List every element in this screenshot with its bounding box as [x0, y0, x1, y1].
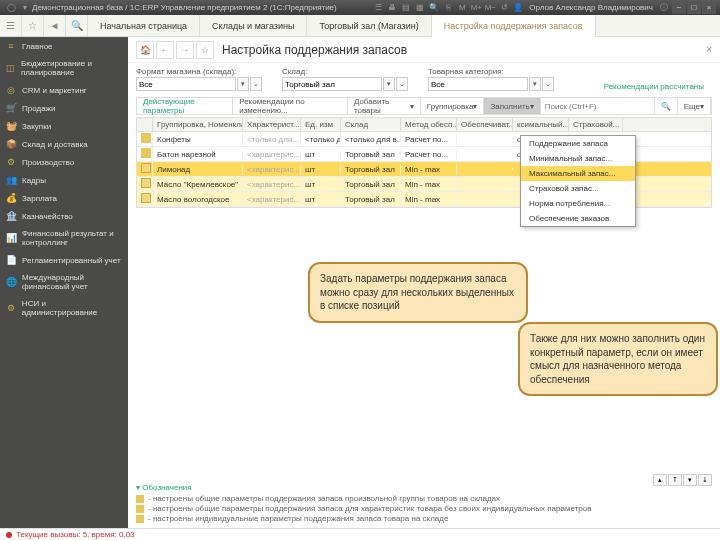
star-icon[interactable]: ☆ — [22, 15, 44, 37]
folder-icon — [141, 133, 151, 143]
active-params-button[interactable]: Действующие параметры — [137, 98, 233, 114]
calc-icon[interactable]: ▤ — [400, 2, 412, 14]
sidebar-item-main[interactable]: ≡Главное — [0, 37, 128, 55]
more-button[interactable]: Еще ▾ — [678, 98, 711, 114]
legend-line-1: - настроены общие параметры поддержания … — [148, 494, 500, 503]
calendar-icon[interactable]: ▦ — [414, 2, 426, 14]
dropdown-item-orders[interactable]: Обеспечение заказов — [521, 211, 635, 226]
col-char[interactable]: Характерист... — [243, 118, 301, 131]
info-icon[interactable]: ⓘ — [658, 2, 670, 14]
cell-unit: шт — [301, 149, 341, 160]
sidebar-item-production[interactable]: ⚙Производство — [0, 153, 128, 171]
sidebar-item-regaccount[interactable]: 📄Регламентированный учет — [0, 251, 128, 269]
sidebar-item-treasury[interactable]: 🏦Казначейство — [0, 207, 128, 225]
cell-provide — [457, 183, 513, 185]
print-icon[interactable]: 🖶 — [386, 2, 398, 14]
bank-icon: 🏦 — [6, 211, 16, 221]
menu-burger-icon[interactable]: ☰ — [0, 15, 22, 37]
maximize-button[interactable]: □ — [687, 2, 701, 14]
legend: ▾ Обозначения - настроены общие параметр… — [136, 483, 712, 524]
folder-icon — [141, 148, 151, 158]
col-provide[interactable]: Обеспечиват... — [457, 118, 513, 131]
m-icon[interactable]: M — [456, 2, 468, 14]
cell-char: <характерис... — [243, 149, 301, 160]
sidebar-item-finresult[interactable]: 📊Финансовый результат и контроллинг — [0, 225, 128, 251]
dropdown-item-max[interactable]: Максимальный запас... — [521, 166, 635, 181]
fill-button[interactable]: Заполнить ▾ — [484, 98, 540, 114]
col-method[interactable]: Метод обесп... — [401, 118, 457, 131]
m-plus-icon[interactable]: M+ — [470, 2, 482, 14]
sklad-select[interactable] — [282, 77, 382, 91]
dropdown-icon[interactable]: ▾ — [19, 2, 31, 14]
col-name[interactable]: Группировка, Номенклат... — [153, 118, 243, 131]
search-go-button[interactable]: 🔍 — [655, 98, 678, 114]
tab-stock-settings[interactable]: Настройка поддержания запасов — [432, 15, 596, 37]
cat-open-button[interactable]: ⌄ — [542, 77, 554, 91]
dropdown-item-min[interactable]: Минимальный запас... — [521, 151, 635, 166]
report-icon: 📊 — [6, 233, 16, 243]
tab-start[interactable]: Начальная страница — [88, 15, 200, 37]
status-text: Текущие вызовы: 5; время: 0,03 — [16, 530, 135, 539]
col-max[interactable]: ксимальный... — [513, 118, 569, 131]
close-window-button[interactable]: × — [702, 2, 716, 14]
sidebar-item-nsi[interactable]: ⚙НСИ и администрирование — [0, 295, 128, 321]
minimize-button[interactable]: − — [672, 2, 686, 14]
legend-title[interactable]: ▾ Обозначения — [136, 483, 712, 492]
sidebar-item-budgeting[interactable]: ◫Бюджетирование и планирование — [0, 55, 128, 81]
recommendations-link[interactable]: Рекомендации рассчитаны — [604, 82, 704, 91]
crm-icon: ◎ — [6, 85, 16, 95]
col-safety[interactable]: Страховой... — [569, 118, 623, 131]
status-bar: Текущие вызовы: 5; время: 0,03 — [0, 528, 720, 540]
cell-unit: <только д... — [301, 134, 341, 145]
nav-left-icon[interactable]: ◄ — [44, 15, 66, 37]
format-open-button[interactable]: ⌄ — [250, 77, 262, 91]
dropdown-item-safety[interactable]: Страховой запас... — [521, 181, 635, 196]
main-content: 🏠 ← → ☆ Настройка поддержания запасов × … — [128, 37, 720, 528]
format-select[interactable] — [136, 77, 236, 91]
nav-home-button[interactable]: 🏠 — [136, 41, 154, 59]
m-minus-icon[interactable]: M− — [484, 2, 496, 14]
cell-char: <только для... — [243, 134, 301, 145]
col-icon[interactable] — [137, 118, 153, 131]
cat-select[interactable] — [428, 77, 528, 91]
factory-icon: ⚙ — [6, 157, 16, 167]
nav-fwd-button[interactable]: → — [176, 41, 194, 59]
history-icon[interactable]: ↺ — [498, 2, 510, 14]
grid-search-input[interactable] — [541, 98, 655, 114]
sidebar-item-salary[interactable]: 💰Зарплата — [0, 189, 128, 207]
sklad-open-button[interactable]: ⌄ — [396, 77, 408, 91]
cat-clear-button[interactable]: ▾ — [529, 77, 541, 91]
command-bar: Действующие параметры Рекомендации по из… — [136, 97, 712, 115]
tab-warehouses[interactable]: Склады и магазины — [200, 15, 307, 37]
user-icon[interactable]: 👤 — [512, 2, 524, 14]
grouping-button[interactable]: Группировка ▾ — [421, 98, 485, 114]
tool-icon[interactable]: ☰ — [372, 2, 384, 14]
sidebar-item-ifrs[interactable]: 🌐Международный финансовый учет — [0, 269, 128, 295]
sidebar-item-warehouse[interactable]: 📦Склад и доставка — [0, 135, 128, 153]
col-sklad[interactable]: Склад — [341, 118, 401, 131]
nav-back-button[interactable]: ← — [156, 41, 174, 59]
cell-method: Min - max — [401, 164, 457, 175]
sidebar-item-sales[interactable]: 🛒Продажи — [0, 99, 128, 117]
search-icon[interactable]: 🔍 — [428, 2, 440, 14]
sidebar-item-hr[interactable]: 👥Кадры — [0, 171, 128, 189]
tab-trade-hall[interactable]: Торговый зал (Магазин) — [307, 15, 431, 37]
cell-char: <характерис... — [243, 194, 301, 205]
nav-fav-button[interactable]: ☆ — [196, 41, 214, 59]
dropdown-item-norm[interactable]: Норма потребления... — [521, 196, 635, 211]
dropdown-item-maintain[interactable]: Поддержание запаса — [521, 136, 635, 151]
close-page-button[interactable]: × — [706, 44, 712, 55]
format-clear-button[interactable]: ▾ — [237, 77, 249, 91]
sklad-clear-button[interactable]: ▾ — [383, 77, 395, 91]
col-unit[interactable]: Ед. изм — [301, 118, 341, 131]
cell-char: <характерис... — [243, 179, 301, 190]
recommendations-button[interactable]: Рекомендации по изменению... — [233, 98, 348, 114]
basket-icon: 🧺 — [6, 121, 16, 131]
folder-icon — [136, 515, 144, 523]
sidebar-item-crm[interactable]: ◎CRM и маркетинг — [0, 81, 128, 99]
link-icon[interactable]: ⎘ — [442, 2, 454, 14]
add-goods-button[interactable]: Добавить товары ▾ — [348, 98, 421, 114]
home-icon: ≡ — [6, 41, 16, 51]
sidebar-item-purchasing[interactable]: 🧺Закупки — [0, 117, 128, 135]
search-tabs-icon[interactable]: 🔍 — [66, 15, 88, 37]
